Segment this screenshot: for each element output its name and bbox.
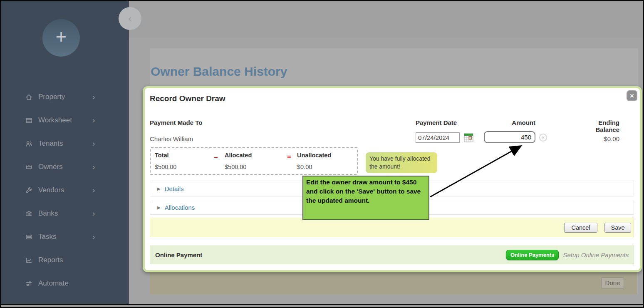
allocation-summary-box: Total $500.00 – Allocated $500.00 = Unal… [150,147,358,175]
sidebar-item-tasks[interactable]: Tasks › [1,225,129,248]
sidebar-item-property[interactable]: Property › [1,85,129,109]
modal-title: Record Owner Draw [150,94,225,103]
page-footer-strip [150,273,637,294]
app-window: Owner Balance History Done + Property › … [0,0,644,308]
chevron-right-icon: › [92,186,95,195]
sidebar-item-vendors[interactable]: Vendors › [1,179,129,202]
chevron-right-icon: › [92,92,95,102]
tasks-icon [25,233,33,241]
clear-amount-icon[interactable]: ✕ [539,134,547,142]
chart-icon [25,256,33,264]
sidebar-item-label: Tasks [38,233,56,241]
bank-icon [25,209,33,218]
payment-date-label: Payment Date [416,119,457,126]
unallocated-label: Unallocated [297,152,331,159]
ending-balance-label: Ending Balance [573,119,619,133]
allocated-value: $500.00 [225,164,246,170]
save-button[interactable]: Save [604,223,631,233]
sidebar-item-reports[interactable]: Reports [1,248,129,272]
add-new-button[interactable]: + [42,19,80,57]
sidebar: + Property › Worksheet › Tenants › Owner… [1,1,129,305]
wrench-icon [25,186,33,194]
online-payment-label: Online Payment [155,251,202,258]
sidebar-item-label: Banks [38,209,58,218]
sidebar-item-label: Property [38,93,65,101]
payment-made-to-value: Charles William [150,135,193,142]
chevron-right-icon: › [92,139,95,148]
allocated-label: Allocated [225,152,252,159]
total-value: $500.00 [155,164,176,170]
sidebar-item-label: Vendors [38,186,64,194]
close-icon[interactable]: ✕ [627,90,637,101]
allocation-tooltip: You have fully allocated the amount! [366,152,437,173]
sidebar-item-tenants[interactable]: Tenants › [1,132,129,155]
bottom-edge [1,304,643,307]
payment-made-to-label: Payment Made To [150,119,202,126]
unallocated-value: $0.00 [297,164,312,170]
chevron-right-icon: › [92,209,95,218]
crown-icon [25,163,33,171]
payment-date-input[interactable] [416,132,460,143]
expander-triangle-icon: ▶ [157,186,161,191]
setup-online-payments-link[interactable]: Setup Online Payments [563,251,629,258]
done-button[interactable]: Done [601,277,624,288]
details-section-label: Details [165,185,184,192]
ending-balance-value: $0.00 [573,135,619,142]
sidebar-item-label: Tenants [38,139,63,148]
modal-action-bar: Cancel Save [150,218,634,237]
online-payment-bar: Online Payment Online Payments Setup Onl… [150,246,634,264]
sliders-icon [25,279,33,288]
sidebar-item-label: Owners [38,163,63,171]
sidebar-nav: Property › Worksheet › Tenants › Owners … [1,85,129,295]
tutorial-annotation: Edit the owner draw amount to $450 and c… [302,176,429,220]
cancel-button[interactable]: Cancel [564,223,597,233]
calendar-icon[interactable] [464,133,473,142]
tenants-icon [25,139,33,148]
sidebar-item-worksheet[interactable]: Worksheet › [1,109,129,132]
sidebar-item-label: Automate [38,279,69,288]
sidebar-item-automate[interactable]: Automate [1,272,129,295]
online-payments-button[interactable]: Online Payments [506,250,559,260]
chevron-right-icon: › [92,232,95,241]
total-label: Total [155,152,169,159]
worksheet-icon [25,116,33,124]
allocations-section-label: Allocations [165,204,195,211]
minus-operator: – [214,153,218,161]
sidebar-item-owners[interactable]: Owners › [1,155,129,179]
expander-triangle-icon: ▶ [157,205,161,210]
page-title: Owner Balance History [151,65,287,79]
sidebar-item-label: Worksheet [38,116,72,124]
amount-label: Amount [484,119,535,126]
chevron-right-icon: › [92,162,95,171]
sidebar-item-label: Reports [38,256,63,264]
sidebar-item-banks[interactable]: Banks › [1,202,129,225]
top-header-strip [129,1,644,37]
equals-operator: = [287,153,291,161]
sidebar-collapse-button[interactable]: ‹ [119,7,141,30]
chevron-right-icon: › [92,116,95,125]
amount-input[interactable] [484,131,535,143]
home-icon [25,93,33,101]
